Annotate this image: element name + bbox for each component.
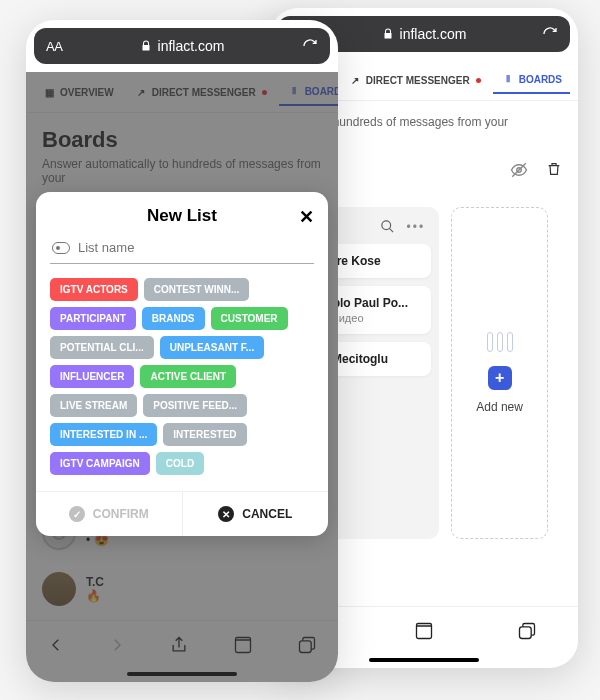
- list-name-input[interactable]: [78, 240, 312, 255]
- tag-active-client[interactable]: ACTIVE CLIENT: [140, 365, 236, 388]
- more-icon[interactable]: •••: [407, 220, 426, 234]
- lock-icon: [140, 40, 152, 52]
- svg-point-2: [381, 221, 390, 230]
- bookmarks-icon[interactable]: [413, 621, 435, 641]
- tag-influencer[interactable]: INFLUENCER: [50, 365, 134, 388]
- tag-potential-cli-[interactable]: POTENTIAL CLI...: [50, 336, 154, 359]
- plus-icon: +: [488, 366, 512, 390]
- new-list-modal: New List ✕ IGTV ACTORSCONTEST WINN...PAR…: [36, 192, 328, 536]
- text-size-icon[interactable]: AA: [46, 39, 62, 54]
- tag-cold[interactable]: COLD: [156, 452, 204, 475]
- tags-container: IGTV ACTORSCONTEST WINN...PARTICIPANTBRA…: [50, 278, 314, 475]
- svg-rect-4: [520, 626, 532, 638]
- check-icon: ✓: [69, 506, 85, 522]
- tag-customer[interactable]: CUSTOMER: [211, 307, 288, 330]
- tag-interested[interactable]: INTERESTED: [163, 423, 246, 446]
- tab-direct-messenger[interactable]: ↗ DIRECT MESSENGER: [340, 67, 489, 93]
- modal-title: New List: [50, 206, 314, 226]
- tag-unpleasant-f-[interactable]: UNPLEASANT F...: [160, 336, 264, 359]
- tag-brands[interactable]: BRANDS: [142, 307, 205, 330]
- tag-contest-winn-[interactable]: CONTEST WINN...: [144, 278, 250, 301]
- tag-igtv-campaign[interactable]: IGTV CAMPAIGN: [50, 452, 150, 475]
- tag-positive-feed-[interactable]: POSITIVE FEED...: [143, 394, 247, 417]
- notification-dot-icon: [476, 78, 481, 83]
- reload-icon[interactable]: [302, 38, 318, 54]
- tag-participant[interactable]: PARTICIPANT: [50, 307, 136, 330]
- boards-icon: ⦀: [501, 72, 515, 86]
- confirm-button[interactable]: ✓ CONFIRM: [36, 492, 183, 536]
- home-indicator: [369, 658, 479, 662]
- svg-line-3: [389, 228, 393, 232]
- tab-boards[interactable]: ⦀ BOARDS: [493, 66, 570, 94]
- visibility-icon[interactable]: [510, 161, 528, 179]
- modal-footer: ✓ CONFIRM ✕ CANCEL: [36, 491, 328, 536]
- url-text: inflact.com: [158, 38, 225, 54]
- add-column[interactable]: + Add new: [451, 207, 548, 539]
- x-icon: ✕: [218, 506, 234, 522]
- search-icon[interactable]: [380, 219, 395, 234]
- trash-icon[interactable]: [546, 161, 562, 179]
- tag-igtv-actors[interactable]: IGTV ACTORS: [50, 278, 138, 301]
- tag-icon: [52, 242, 70, 254]
- columns-icon: [487, 332, 513, 352]
- cancel-button[interactable]: ✕ CANCEL: [183, 492, 329, 536]
- url-bar[interactable]: AA inflact.com: [34, 28, 330, 64]
- tag-interested-in-[interactable]: INTERESTED IN ...: [50, 423, 157, 446]
- tag-live-stream[interactable]: LIVE STREAM: [50, 394, 137, 417]
- tabs-icon[interactable]: [517, 621, 537, 641]
- lock-icon: [382, 28, 394, 40]
- close-icon[interactable]: ✕: [299, 206, 314, 228]
- add-new-label: Add new: [476, 400, 523, 414]
- arrow-icon: ↗: [348, 73, 362, 87]
- reload-icon[interactable]: [542, 26, 558, 42]
- phone-front: AA inflact.com ▦ OVERVIEW ↗ DIRECT MESSE…: [26, 20, 338, 682]
- url-text: inflact.com: [400, 26, 467, 42]
- list-name-row: [50, 232, 314, 264]
